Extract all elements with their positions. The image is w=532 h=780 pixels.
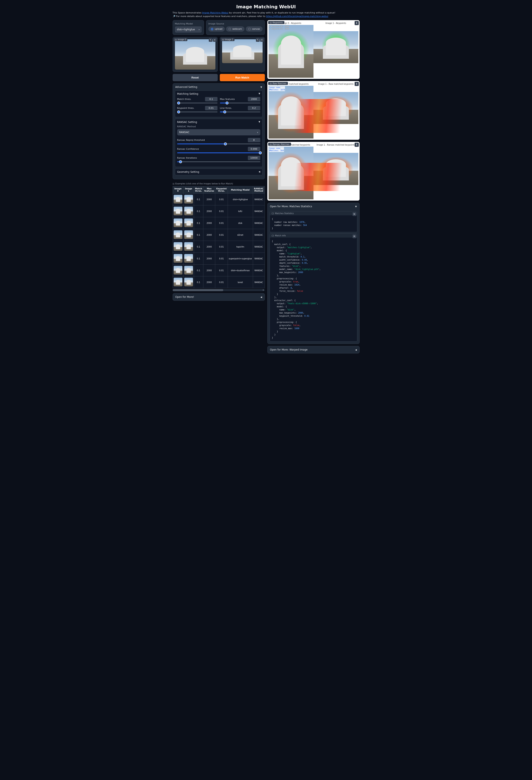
example-thumb — [174, 207, 182, 215]
example-thumb — [174, 266, 182, 275]
example-row[interactable]: 0.120000.01d2netRANSAC — [173, 229, 264, 241]
image-icon: ▤ — [270, 143, 272, 145]
ransac-confidence-slider[interactable] — [177, 152, 260, 153]
ransac-iterations-value[interactable]: 10000 — [248, 156, 260, 160]
warped-accordion-toggle[interactable]: Open for More: Warped Image ◀ — [268, 346, 359, 353]
radio-webcam[interactable]: webcam — [226, 27, 244, 32]
reset-button[interactable]: Reset — [173, 74, 218, 81]
line-thres-value[interactable]: 0.2 — [248, 106, 260, 110]
triangle-down-icon: ▼ — [355, 205, 357, 208]
match-info-json: { match_conf: { output: "matches-lightgl… — [270, 238, 357, 341]
image-source-panel: Image Source upload webcam canvas — [206, 20, 264, 35]
table-header: Match thres. — [194, 186, 203, 194]
example-row[interactable]: 0.120000.01disk+lightglueRANSAC — [173, 194, 264, 205]
example-thumb — [184, 230, 193, 239]
keypoint-thres-value[interactable]: 0.01 — [205, 106, 217, 110]
example-thumb — [184, 207, 193, 215]
list-icon: ▤ — [173, 183, 175, 185]
open-more-toggle[interactable]: Open for More! ◀ — [173, 293, 264, 300]
ransac-confidence-value[interactable]: 0.999 — [248, 147, 260, 151]
chevron-down-icon: ▾ — [257, 131, 258, 134]
intro-line-1: This Space demonstrates Image Matching W… — [173, 11, 359, 14]
matching-model-dropdown[interactable]: disk+lightglue ▾ — [175, 27, 202, 33]
image0-input[interactable]: ▤Image 0 ✎ ✕ — [173, 37, 218, 72]
example-row[interactable]: 0.120000.01loftrRANSAC — [173, 205, 264, 217]
table-header: Matching Model — [228, 186, 253, 194]
image0-preview — [175, 39, 215, 69]
table-header: Max features — [203, 186, 215, 194]
triangle-left-icon: ◀ — [260, 296, 262, 298]
advanced-setting-accordion: Advanced Setting ▼ Matching Setting ▼ Ma… — [173, 83, 265, 179]
example-row[interactable]: 0.120000.01diskRANSAC — [173, 217, 264, 229]
examples-scrollbar[interactable] — [173, 289, 265, 291]
stats-accordion-toggle[interactable]: Open for More: Matches Statistics ▼ — [268, 203, 359, 210]
triangle-down-icon: ▼ — [260, 86, 262, 88]
page-title: Image Matching WebUI — [173, 4, 359, 9]
example-thumb — [174, 230, 182, 239]
radio-upload[interactable]: upload — [208, 27, 225, 32]
edit-icon[interactable]: ✎ — [256, 38, 260, 42]
table-header: Image 0 — [173, 186, 183, 194]
example-thumb — [184, 266, 193, 275]
example-thumb — [184, 254, 193, 263]
download-icon[interactable]: ⬇ — [354, 143, 359, 147]
table-header: Keypoint thres. — [215, 186, 228, 194]
max-features-value[interactable]: 2000 — [248, 97, 260, 101]
image1-input[interactable]: ▤Image 1 ✎ ✕ — [220, 37, 265, 72]
radio-canvas[interactable]: canvas — [246, 27, 262, 32]
matching-setting-toggle[interactable]: Matching Setting ▼ — [175, 91, 262, 97]
line-thres-slider[interactable] — [220, 111, 260, 112]
image1-preview — [222, 39, 262, 63]
table-header: RANSAC Method — [253, 186, 264, 194]
keypoint-thres-slider[interactable] — [177, 111, 217, 112]
ransac-reproj-slider[interactable] — [177, 144, 260, 144]
ransac-reproj-value[interactable]: 8 — [248, 138, 260, 142]
radio-dot-icon — [229, 28, 231, 30]
examples-table: Image 0Image 1Match thres.Max featuresKe… — [173, 186, 265, 288]
image-icon: ▤ — [270, 82, 272, 85]
intro-link[interactable]: Image Matching Webui — [202, 11, 228, 14]
edit-icon[interactable]: ✎ — [209, 38, 212, 42]
radio-dot-icon — [248, 28, 251, 30]
triangle-left-icon: ◀ — [355, 349, 357, 351]
example-row[interactable]: 0.120000.01superpoint+superglueRANSAC — [173, 253, 264, 264]
download-icon[interactable]: ⬇ — [354, 82, 359, 86]
intro-line-2: 🔎 For more details about supported local… — [173, 15, 359, 18]
example-row[interactable]: 0.120000.01topicfmRANSAC — [173, 241, 264, 253]
example-thumb — [174, 254, 182, 263]
ransac-iterations-slider[interactable] — [177, 161, 260, 162]
ransac-matches-output: ▤Ransac Matches ⬇ Image 0 - Ransac match… — [268, 142, 359, 201]
triangle-down-icon: ▼ — [259, 92, 260, 95]
example-thumb — [174, 242, 182, 251]
example-thumb — [174, 218, 182, 227]
example-row[interactable]: 0.120000.01lanetRANSAC — [173, 277, 264, 288]
close-icon[interactable]: ✕ — [260, 38, 264, 42]
matches-statistics-json: { number raw matches: 1078, number ransa… — [270, 215, 357, 232]
advanced-setting-toggle[interactable]: Advanced Setting ▼ — [173, 84, 264, 91]
geometry-setting-toggle[interactable]: Geometry Setting ◀ — [175, 169, 262, 175]
repo-link[interactable]: https://github.com/Vincentqyw/image-matc… — [266, 15, 328, 18]
match-thres-slider[interactable] — [177, 103, 217, 103]
example-thumb — [184, 218, 193, 227]
max-features-slider[interactable] — [220, 103, 260, 103]
example-row[interactable]: 0.120000.01disk+dualsoftmaxRANSAC — [173, 264, 264, 277]
triangle-down-icon: ▼ — [259, 120, 260, 124]
image-icon: ▤ — [270, 21, 272, 24]
copy-icon[interactable]: ⧉ — [352, 212, 356, 216]
raw-matches-output: ▤Raw Matches ⬇ Image 0 - Raw matched key… — [268, 81, 359, 140]
run-match-button[interactable]: Run Match — [220, 74, 265, 81]
download-icon[interactable]: ⬇ — [354, 21, 359, 25]
matching-model-panel: Matching Model disk+lightglue ▾ — [173, 20, 204, 35]
radio-dot-icon — [211, 28, 213, 30]
keypoints-output: ▤Keypoints ⬇ Image 0 - Keypoints # keypo… — [268, 20, 359, 79]
copy-icon[interactable]: ⧉ — [352, 235, 356, 238]
triangle-left-icon: ◀ — [259, 170, 260, 174]
close-icon[interactable]: ✕ — [213, 38, 217, 42]
match-thres-value[interactable]: 0.1 — [205, 97, 217, 101]
ransac-setting-toggle[interactable]: RANSAC Setting ▼ — [175, 119, 262, 125]
ransac-method-dropdown[interactable]: RANSAC ▾ — [177, 129, 260, 135]
example-thumb — [184, 242, 193, 251]
example-thumb — [174, 278, 182, 286]
examples-label: ▤Examples (click one of the images below… — [173, 181, 265, 186]
image-icon: ▤ — [222, 38, 224, 41]
